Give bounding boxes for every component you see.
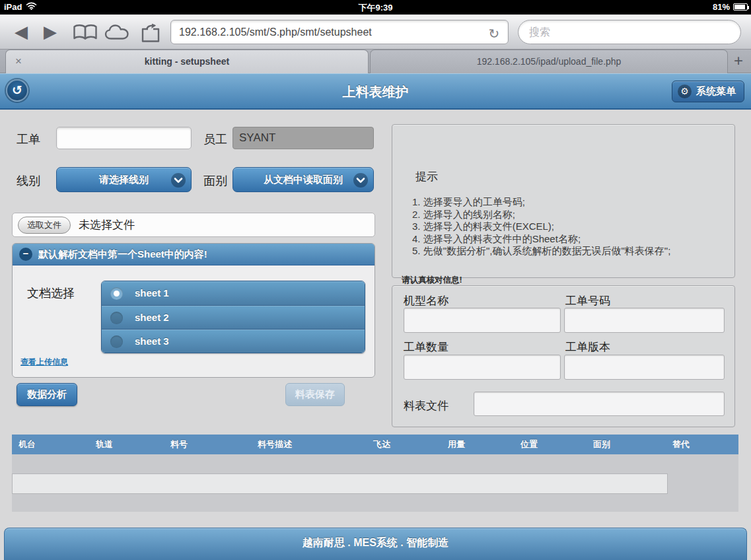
- tab-kitting-setupsheet[interactable]: × kitting - setupsheet: [5, 50, 369, 73]
- side-label: 面别: [203, 173, 227, 189]
- col-machine: 机台: [18, 435, 36, 454]
- file-chooser: 选取文件 未选择文件: [12, 213, 375, 237]
- battery-percent: 81%: [713, 2, 730, 12]
- line-label: 线别: [17, 173, 40, 189]
- line-select-value: 请选择线别: [99, 174, 149, 186]
- sheet-file-input[interactable]: [474, 392, 725, 416]
- battery-icon: [733, 3, 748, 11]
- tips-title: 提示: [415, 169, 438, 184]
- back-icon[interactable]: ◀: [15, 15, 28, 50]
- browser-toolbar: ◀ ▶ ↻: [0, 15, 751, 50]
- new-tab-icon[interactable]: +: [729, 50, 748, 73]
- refresh-icon[interactable]: ↻: [486, 26, 502, 42]
- sheet-file-label: 料表文件: [404, 398, 448, 413]
- bookmarks-icon[interactable]: [73, 24, 98, 44]
- sheet-option-3[interactable]: sheet 3: [102, 329, 365, 353]
- system-menu-button[interactable]: ⚙ 系统菜单: [672, 81, 744, 102]
- return-button[interactable]: ↺: [6, 79, 28, 102]
- model-name-input[interactable]: [404, 308, 561, 333]
- chevron-down-icon: [353, 173, 368, 188]
- cloud-icon[interactable]: [104, 24, 129, 44]
- sheet-option-1[interactable]: sheet 1: [102, 281, 365, 305]
- col-feeder: 飞达: [373, 435, 390, 454]
- results-table-body: [12, 454, 738, 512]
- tip-item: 2. 选择导入的线别名称;: [412, 209, 670, 221]
- sheet-panel: − 默认解析文档中第一个Sheet中的内容! 文档选择 sheet 1 shee…: [12, 243, 375, 378]
- tips-list: 1. 选择要导入的工单号码; 2. 选择导入的线别名称; 3. 选择导入的料表文…: [412, 196, 670, 258]
- tab-bar: × kitting - setupsheet 192.168.2.105/ipa…: [0, 50, 751, 73]
- order-version-input[interactable]: [564, 355, 725, 380]
- order-no-label: 工单号码: [565, 293, 610, 308]
- col-usage: 用量: [448, 435, 465, 454]
- line-select[interactable]: 请选择线别: [56, 167, 192, 192]
- tab-label: 192.168.2.105/ipad/upload_file.php: [477, 56, 622, 67]
- tips-note: 请认真核对信息!: [402, 275, 462, 286]
- col-part-no: 料号: [170, 435, 188, 454]
- tip-item: 1. 选择要导入的工单号码;: [412, 196, 670, 209]
- file-status-text: 未选择文件: [79, 217, 135, 232]
- employee-label: 员工: [203, 131, 227, 147]
- return-arrow-icon: ↺: [12, 83, 22, 97]
- close-tab-icon[interactable]: ×: [15, 50, 22, 73]
- work-order-input[interactable]: [56, 127, 192, 149]
- radio-icon: [110, 312, 123, 324]
- sheet-option-2[interactable]: sheet 2: [102, 305, 365, 329]
- url-field[interactable]: [170, 20, 509, 44]
- tab-label: kitting - setupsheet: [145, 56, 229, 67]
- tip-item: 3. 选择导入的料表文件(EXCEL);: [412, 221, 670, 233]
- order-no-input[interactable]: [564, 308, 725, 333]
- gear-icon: ⚙: [678, 85, 692, 98]
- side-select[interactable]: 从文档中读取面别: [232, 167, 374, 192]
- tip-item: 5. 先做"数据分析",确认系统解析的数据无误后做"料表保存";: [412, 245, 670, 258]
- choose-file-button[interactable]: 选取文件: [18, 217, 71, 234]
- footer-text: 越南耐思 . MES系统 . 智能制造: [5, 536, 746, 550]
- work-order-label: 工单: [17, 131, 40, 147]
- tips-panel: 提示 1. 选择要导入的工单号码; 2. 选择导入的线别名称; 3. 选择导入的…: [392, 124, 735, 278]
- upload-info-link[interactable]: 查看上传信息: [20, 357, 68, 368]
- data-analyze-button[interactable]: 数据分析: [17, 383, 77, 406]
- search-input[interactable]: [518, 20, 741, 44]
- order-qty-input[interactable]: [404, 355, 561, 380]
- model-name-label: 机型名称: [404, 293, 448, 308]
- employee-field[interactable]: [232, 127, 374, 149]
- sheet-panel-body: 文档选择 sheet 1 sheet 2 sheet 3 查看上传: [13, 265, 375, 377]
- page-title: 上料表维护: [0, 83, 751, 101]
- forward-icon[interactable]: ▶: [44, 15, 57, 50]
- col-track: 轨道: [96, 435, 113, 454]
- share-icon[interactable]: [140, 24, 164, 46]
- main-content: 工单 员工 线别 请选择线别 面别 从文档中读取面别 选取文件 未选择文件 −: [0, 110, 751, 528]
- radio-icon: [110, 335, 123, 348]
- sheet-option-label: sheet 2: [135, 312, 169, 323]
- app-header: 上料表维护 ↺ ⚙ 系统菜单: [0, 73, 751, 110]
- col-side: 面别: [593, 435, 610, 454]
- sheet-panel-header[interactable]: − 默认解析文档中第一个Sheet中的内容!: [13, 244, 375, 265]
- col-position: 位置: [520, 435, 538, 454]
- chevron-down-icon: [171, 173, 186, 188]
- side-select-value: 从文档中读取面别: [264, 174, 343, 186]
- tip-item: 4. 选择导入的料表文件中的Sheet名称;: [412, 233, 670, 246]
- app-footer: 越南耐思 . MES系统 . 智能制造: [4, 528, 747, 560]
- col-substitute: 替代: [672, 435, 690, 454]
- sheet-panel-title: 默认解析文档中第一个Sheet中的内容!: [38, 248, 207, 261]
- sheet-option-label: sheet 1: [135, 287, 169, 298]
- sheet-save-button[interactable]: 料表保存: [285, 383, 345, 406]
- status-bar: iPad 下午9:39 81%: [0, 0, 751, 15]
- system-menu-label: 系统菜单: [696, 85, 736, 98]
- ipad-safari-screen: iPad 下午9:39 81% ◀ ▶ ↻ × kitting - s: [0, 0, 751, 560]
- collapse-icon: −: [19, 248, 32, 261]
- order-version-label: 工单版本: [565, 339, 610, 355]
- tab-upload-file[interactable]: 192.168.2.105/ipad/upload_file.php: [370, 50, 728, 73]
- clock: 下午9:39: [0, 2, 751, 14]
- sheet-radio-group: sheet 1 sheet 2 sheet 3: [101, 281, 365, 353]
- table-row: [12, 473, 668, 494]
- col-part-desc: 料号描述: [258, 435, 292, 454]
- sheet-option-label: sheet 3: [135, 335, 169, 347]
- results-table-header: 机台 轨道 料号 料号描述 飞达 用量 位置 面别 替代: [12, 435, 738, 454]
- order-qty-label: 工单数量: [404, 339, 448, 355]
- radio-icon: [110, 287, 123, 300]
- doc-select-label: 文档选择: [27, 285, 75, 301]
- order-details-panel: 机型名称 工单号码 工单数量 工单版本 料表文件: [392, 285, 735, 427]
